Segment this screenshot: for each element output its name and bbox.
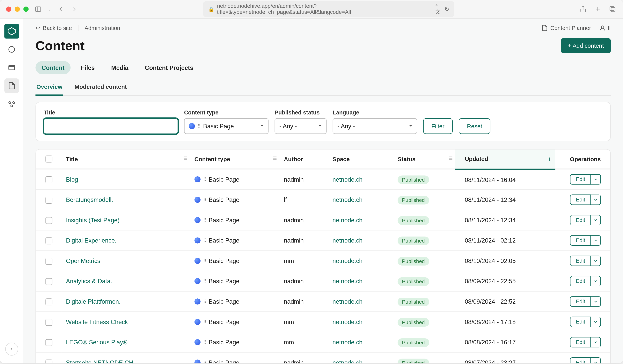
status-badge: Published [398, 298, 429, 307]
edit-button[interactable]: Edit [570, 358, 591, 364]
row-checkbox[interactable] [45, 217, 53, 224]
back-to-site-link[interactable]: ↩Back to site [35, 25, 72, 31]
col-space[interactable]: Space [328, 150, 394, 169]
content-title-link[interactable]: OpenMetrics [66, 257, 100, 264]
status-badge: Published [398, 216, 429, 225]
content-type-select[interactable]: ⠿ Basic Page [184, 118, 269, 134]
url-bar[interactable]: 🔒 netnode.nodehive.app/en/admin/content?… [203, 1, 455, 17]
row-checkbox[interactable] [45, 339, 53, 346]
edit-dropdown[interactable] [591, 337, 601, 347]
content-title-link[interactable]: Website Fitness Check [66, 319, 128, 325]
edit-dropdown[interactable] [591, 215, 601, 225]
author-cell: nadmin [280, 271, 328, 292]
row-checkbox[interactable] [45, 278, 53, 285]
edit-button[interactable]: Edit [570, 276, 591, 286]
tab-content[interactable]: Content [35, 61, 70, 74]
content-planner-link[interactable]: Content Planner [541, 25, 591, 31]
tab-files[interactable]: Files [75, 61, 101, 74]
space-link[interactable]: netnode.ch [333, 278, 362, 285]
tabs-icon[interactable] [608, 5, 617, 13]
updated-cell: 08/11/2024 - 12:34 [455, 190, 555, 210]
new-tab-icon[interactable] [593, 5, 602, 13]
row-checkbox[interactable] [45, 360, 53, 364]
sidebar-expand-icon[interactable] [5, 343, 18, 356]
sidebar-item-spaces[interactable] [4, 60, 19, 75]
select-all-checkbox[interactable] [45, 156, 53, 163]
edit-dropdown[interactable] [591, 276, 601, 286]
edit-button[interactable]: Edit [570, 174, 591, 185]
row-checkbox[interactable] [45, 319, 53, 326]
col-author[interactable]: Author [280, 150, 328, 169]
edit-dropdown[interactable] [591, 297, 601, 307]
edit-dropdown[interactable] [591, 195, 601, 205]
translate-icon[interactable]: ᴬ文 [436, 3, 442, 15]
space-link[interactable]: netnode.ch [333, 319, 362, 325]
edit-dropdown[interactable] [591, 235, 601, 246]
app-logo[interactable] [4, 24, 19, 39]
language-select[interactable]: - Any - [333, 118, 417, 134]
back-icon[interactable] [56, 5, 65, 13]
content-title-link[interactable]: LEGO® Serious Play® [66, 339, 128, 346]
sidebar-item-content[interactable] [4, 78, 19, 93]
edit-dropdown[interactable] [591, 174, 601, 185]
add-content-button[interactable]: + Add content [561, 38, 611, 53]
content-type-cell: ⠿Basic Page [195, 298, 275, 305]
subtab-overview[interactable]: Overview [35, 79, 63, 96]
minimize-window-icon[interactable] [15, 6, 20, 12]
edit-button[interactable]: Edit [570, 215, 591, 225]
tab-media[interactable]: Media [105, 61, 134, 74]
space-link[interactable]: netnode.ch [333, 298, 362, 305]
content-title-link[interactable]: Digital Experience. [66, 237, 117, 244]
row-checkbox[interactable] [45, 176, 53, 183]
space-link[interactable]: netnode.ch [333, 339, 362, 346]
close-window-icon[interactable] [6, 6, 11, 12]
edit-button[interactable]: Edit [570, 317, 591, 327]
status-select[interactable]: - Any - [275, 118, 327, 134]
space-link[interactable]: netnode.ch [333, 257, 362, 264]
sidebar-item-dashboard[interactable] [4, 42, 19, 57]
forward-icon[interactable] [70, 5, 79, 13]
space-link[interactable]: netnode.ch [333, 237, 362, 244]
edit-button[interactable]: Edit [570, 337, 591, 347]
maximize-window-icon[interactable] [23, 6, 29, 12]
drag-icon: ⠿ [198, 123, 201, 129]
space-link[interactable]: netnode.ch [333, 217, 362, 224]
space-link[interactable]: netnode.ch [333, 176, 362, 183]
user-menu[interactable]: lf [599, 25, 611, 31]
row-checkbox[interactable] [45, 299, 53, 305]
tab-content-projects[interactable]: Content Projects [139, 61, 200, 74]
col-content-type[interactable]: Content type☰ [190, 150, 279, 169]
sidebar-item-structure[interactable] [4, 97, 19, 111]
edit-dropdown[interactable] [591, 256, 601, 266]
content-title-link[interactable]: Blog [66, 176, 78, 183]
chevron-down-icon[interactable]: ⌄ [48, 7, 51, 11]
col-title[interactable]: Title☰ [62, 150, 190, 169]
edit-dropdown[interactable] [591, 358, 601, 364]
edit-button[interactable]: Edit [570, 256, 591, 266]
reset-button[interactable]: Reset [459, 118, 490, 134]
administration-link[interactable]: Administration [85, 25, 120, 31]
subtab-moderated[interactable]: Moderated content [74, 79, 128, 96]
edit-button[interactable]: Edit [570, 297, 591, 307]
share-icon[interactable] [579, 5, 588, 13]
space-link[interactable]: netnode.ch [333, 196, 362, 203]
edit-button[interactable]: Edit [570, 235, 591, 246]
content-title-link[interactable]: Startseite NETNODE.CH [66, 359, 133, 363]
content-title-link[interactable]: Digitale Plattformen. [66, 298, 120, 305]
sidebar-toggle-icon[interactable] [34, 5, 43, 13]
edit-button[interactable]: Edit [570, 195, 591, 205]
content-title-link[interactable]: Beratungsmodell. [66, 196, 113, 203]
space-link[interactable]: netnode.ch [333, 359, 362, 363]
table-row: Digitale Plattformen. ⠿Basic Page nadmin… [36, 291, 610, 312]
row-checkbox[interactable] [45, 237, 53, 244]
edit-dropdown[interactable] [591, 317, 601, 327]
col-status[interactable]: Status☰ [393, 150, 455, 169]
content-title-link[interactable]: Analytics & Data. [66, 278, 112, 285]
reload-icon[interactable]: ↻ [445, 6, 449, 12]
content-title-link[interactable]: Insights (Test Page) [66, 217, 120, 224]
row-checkbox[interactable] [45, 258, 53, 265]
filter-button[interactable]: Filter [423, 118, 453, 134]
title-filter-input[interactable] [44, 118, 178, 134]
row-checkbox[interactable] [45, 197, 53, 204]
col-updated[interactable]: Updated↑ [455, 150, 555, 169]
